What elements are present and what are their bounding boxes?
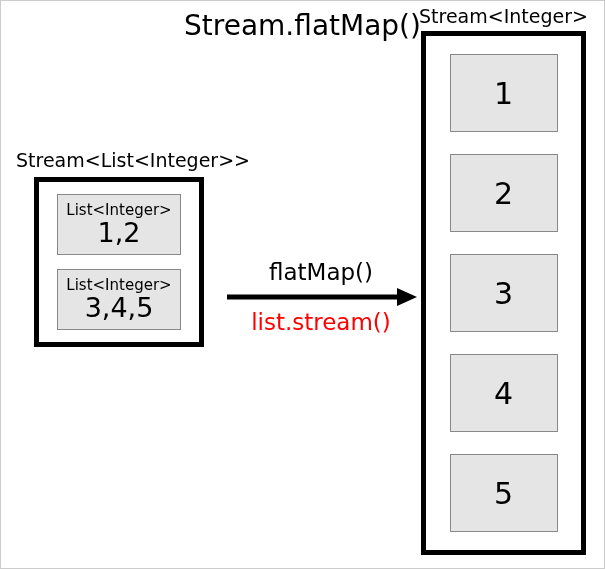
list-cell-value: 3,4,5 xyxy=(58,294,180,321)
int-cell: 4 xyxy=(450,354,558,432)
int-cell: 3 xyxy=(450,254,558,332)
list-cell-value: 1,2 xyxy=(58,219,180,246)
arrow-icon xyxy=(225,287,417,307)
list-cell: List<Integer> 1,2 xyxy=(57,194,181,255)
left-stream-type-label: Stream<List<Integer>> xyxy=(16,149,250,171)
arrow-label-bottom: list.stream() xyxy=(225,309,417,335)
right-stream-type-label: Stream<Integer> xyxy=(419,5,588,27)
arrow-label-top: flatMap() xyxy=(225,259,417,285)
right-stream-box: 1 2 3 4 5 xyxy=(421,31,586,555)
int-cell: 1 xyxy=(450,54,558,132)
int-cell: 5 xyxy=(450,454,558,532)
left-stream-box: List<Integer> 1,2 List<Integer> 3,4,5 xyxy=(34,177,204,347)
list-cell: List<Integer> 3,4,5 xyxy=(57,269,181,330)
svg-marker-1 xyxy=(397,288,417,306)
int-cell: 2 xyxy=(450,154,558,232)
arrow-group: flatMap() list.stream() xyxy=(225,259,417,335)
